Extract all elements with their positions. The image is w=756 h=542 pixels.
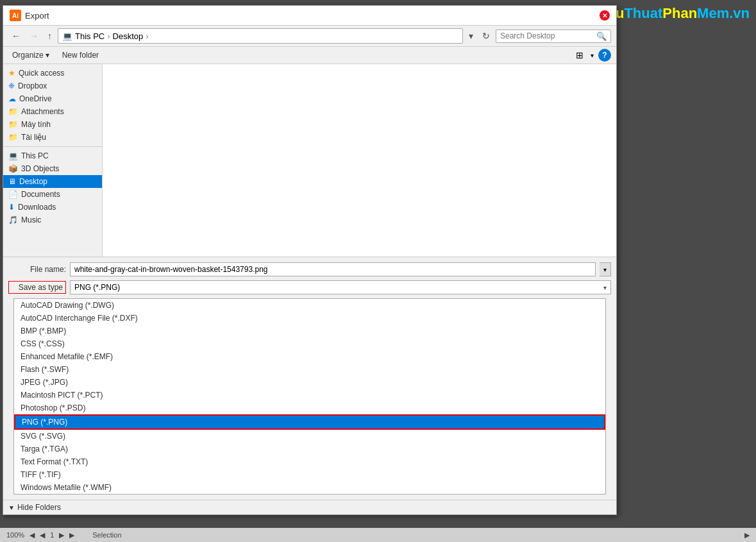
page-nav-next[interactable]: ▶ bbox=[59, 531, 64, 539]
save-as-type-dropdown[interactable]: PNG (*.PNG) ▾ bbox=[70, 280, 611, 294]
view-dropdown-button[interactable]: ▾ bbox=[589, 51, 596, 60]
breadcrumb-sep2: › bbox=[146, 31, 148, 41]
new-folder-button[interactable]: New folder bbox=[58, 49, 103, 61]
watermark-vn: .vn bbox=[729, 5, 750, 21]
zoom-level: 100% bbox=[6, 531, 24, 539]
watermark-phan: Phan bbox=[662, 5, 697, 21]
option-tga[interactable]: Targa (*.TGA) bbox=[14, 443, 605, 455]
sidebar-item-onedrive[interactable]: ☁ OneDrive bbox=[3, 92, 102, 105]
documents-icon: 📄 bbox=[8, 190, 18, 199]
sidebar-item-quick-access[interactable]: ★ Quick access bbox=[3, 67, 102, 80]
option-autocad-dwg[interactable]: AutoCAD Drawing (*.DWG) bbox=[14, 299, 605, 312]
watermark-mem: Mem bbox=[697, 5, 729, 21]
page-nav-prev2[interactable]: ◀ bbox=[40, 531, 45, 539]
music-icon: 🎵 bbox=[8, 216, 18, 224]
new-folder-label: New folder bbox=[62, 51, 99, 60]
breadcrumb-desktop[interactable]: Desktop bbox=[113, 31, 144, 41]
sidebar-item-documents[interactable]: 📄 Documents bbox=[3, 188, 102, 201]
watermark-thuat: Thuat bbox=[624, 5, 662, 21]
sidebar-item-music[interactable]: 🎵 Music bbox=[3, 214, 102, 226]
option-bmp[interactable]: BMP (*.BMP) bbox=[14, 325, 605, 337]
hide-folders-area[interactable]: ▼ Hide Folders bbox=[8, 503, 61, 512]
page-nav-prev[interactable]: ◀ bbox=[29, 531, 35, 539]
option-jpg[interactable]: JPEG (*.JPG) bbox=[14, 376, 605, 389]
sidebar-item-dropbox[interactable]: ❈ Dropbox bbox=[3, 80, 102, 92]
action-toolbar: Organize ▾ New folder ⊞ ▾ ? bbox=[3, 47, 616, 64]
filename-input[interactable] bbox=[70, 262, 596, 276]
bottom-bar: ▼ Hide Folders bbox=[3, 500, 616, 514]
save-as-type-row: Save as type PNG (*.PNG) ▾ bbox=[8, 280, 611, 294]
sidebar-item-tai-lieu[interactable]: 📁 Tài liệu bbox=[3, 131, 102, 144]
option-tif[interactable]: TIFF (*.TIF) bbox=[14, 468, 605, 481]
sidebar-item-attachments[interactable]: 📁 Attachments bbox=[3, 105, 102, 118]
help-button[interactable]: ? bbox=[598, 49, 611, 62]
attachments-icon: 📁 bbox=[8, 107, 18, 116]
breadcrumb-sep1: › bbox=[107, 31, 110, 41]
nav-toolbar: ← → ↑ 💻 This PC › Desktop › ▾ ↻ 🔍 bbox=[3, 26, 616, 47]
sidebar-item-this-pc[interactable]: 💻 This PC bbox=[3, 149, 102, 162]
page-number: 1 bbox=[50, 531, 54, 539]
3d-objects-icon: 📦 bbox=[8, 164, 18, 173]
option-emf[interactable]: Enhanced Metafile (*.EMF) bbox=[14, 350, 605, 363]
sidebar-item-3d-objects[interactable]: 📦 3D Objects bbox=[3, 162, 102, 175]
tai-lieu-icon: 📁 bbox=[8, 133, 18, 142]
documents-label: Documents bbox=[21, 190, 60, 199]
desktop-icon: 🖥 bbox=[8, 177, 16, 186]
back-button[interactable]: ← bbox=[8, 30, 24, 42]
organize-button[interactable]: Organize ▾ bbox=[8, 49, 53, 61]
selection-label: Selection bbox=[92, 531, 121, 539]
close-button[interactable]: ✕ bbox=[600, 10, 610, 21]
status-bar: 100% ◀ ◀ 1 ▶ ▶ Selection ▶ bbox=[0, 528, 756, 542]
organize-arrow-icon: ▾ bbox=[46, 51, 49, 60]
hide-folders-label: Hide Folders bbox=[17, 503, 61, 512]
dropbox-icon: ❈ bbox=[8, 81, 15, 90]
quick-access-icon: ★ bbox=[8, 69, 15, 78]
option-wmf[interactable]: Windows Metafile (*.WMF) bbox=[14, 481, 605, 494]
search-icon: 🔍 bbox=[596, 31, 607, 41]
organize-label: Organize bbox=[12, 51, 44, 60]
export-dialog: Ai Export ✕ ← → ↑ 💻 This PC › Desktop › … bbox=[3, 5, 617, 515]
breadcrumb-this-pc[interactable]: This PC bbox=[75, 31, 105, 41]
refresh-button[interactable]: ↻ bbox=[479, 30, 493, 42]
sidebar-item-downloads[interactable]: ⬇ Downloads bbox=[3, 201, 102, 214]
downloads-label: Downloads bbox=[18, 203, 56, 212]
dropbox-label: Dropbox bbox=[18, 81, 47, 90]
quick-access-label: Quick access bbox=[19, 69, 64, 78]
dialog-title: Export bbox=[25, 11, 596, 21]
this-pc-icon: 💻 bbox=[8, 151, 18, 160]
forward-button[interactable]: → bbox=[26, 30, 42, 42]
form-area: File name: ▾ Save as type PNG (*.PNG) ▾ … bbox=[3, 257, 616, 500]
option-png[interactable]: PNG (*.PNG) bbox=[14, 414, 605, 430]
option-swf[interactable]: Flash (*.SWF) bbox=[14, 363, 605, 376]
attachments-label: Attachments bbox=[21, 107, 64, 116]
option-autocad-dxf[interactable]: AutoCAD Interchange File (*.DXF) bbox=[14, 312, 605, 325]
option-txt[interactable]: Text Format (*.TXT) bbox=[14, 455, 605, 468]
option-svg[interactable]: SVG (*.SVG) bbox=[14, 430, 605, 443]
sidebar-item-may-tinh[interactable]: 📁 Máy tính bbox=[3, 118, 102, 131]
filename-dropdown-button[interactable]: ▾ bbox=[600, 262, 611, 276]
filename-row: File name: ▾ bbox=[8, 262, 611, 276]
save-as-type-label: Save as type bbox=[8, 281, 66, 294]
sidebar-item-desktop[interactable]: 🖥 Desktop bbox=[3, 175, 102, 188]
up-button[interactable]: ↑ bbox=[44, 30, 55, 42]
onedrive-label: OneDrive bbox=[19, 94, 52, 103]
breadcrumb-dropdown-button[interactable]: ▾ bbox=[466, 30, 476, 42]
save-as-type-value: PNG (*.PNG) bbox=[74, 283, 603, 292]
save-as-dropdown-arrow-icon: ▾ bbox=[603, 284, 607, 291]
sidebar: ★ Quick access ❈ Dropbox ☁ OneDrive 📁 At… bbox=[3, 64, 103, 257]
option-css[interactable]: CSS (*.CSS) bbox=[14, 337, 605, 350]
main-area: ★ Quick access ❈ Dropbox ☁ OneDrive 📁 At… bbox=[3, 64, 616, 257]
page-nav-next2[interactable]: ▶ bbox=[69, 531, 74, 539]
option-psd[interactable]: Photoshop (*.PSD) bbox=[14, 402, 605, 414]
filename-label: File name: bbox=[8, 265, 66, 274]
search-input[interactable] bbox=[500, 31, 594, 40]
breadcrumb[interactable]: 💻 This PC › Desktop › bbox=[58, 28, 463, 44]
may-tinh-icon: 📁 bbox=[8, 120, 18, 129]
breadcrumb-computer-icon: 💻 bbox=[62, 31, 72, 41]
3d-objects-label: 3D Objects bbox=[21, 164, 59, 173]
tai-lieu-label: Tài liệu bbox=[21, 133, 46, 142]
view-button[interactable]: ⊞ bbox=[573, 49, 586, 62]
file-area bbox=[103, 64, 616, 257]
option-pct[interactable]: Macintosh PICT (*.PCT) bbox=[14, 389, 605, 402]
scroll-right-icon[interactable]: ▶ bbox=[744, 531, 750, 539]
